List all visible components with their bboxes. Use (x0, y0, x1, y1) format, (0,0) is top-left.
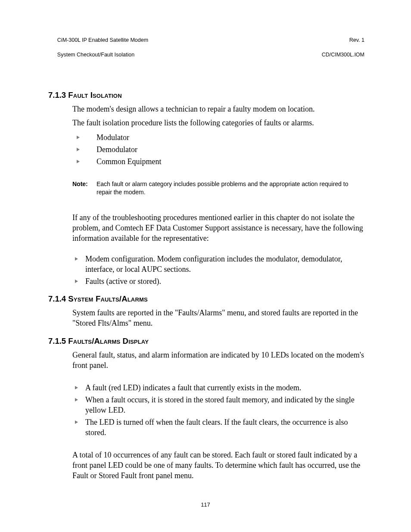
paragraph: System faults are reported in the "Fault… (72, 308, 364, 329)
paragraph: The modem's design allows a technician t… (72, 104, 364, 115)
list-item-text: Demodulator (97, 145, 137, 154)
list-item: Modulator (72, 133, 364, 143)
list-item-text: When a fault occurs, it is stored in the… (85, 395, 355, 414)
header-left-line1: CiM-300L IP Enabled Satellite Modem (57, 37, 148, 43)
heading-number: 7.1.4 (48, 294, 66, 303)
led-list: A fault (red LED) indicates a fault that… (72, 383, 364, 438)
heading-7-1-4: 7.1.4 System Faults/Alarms (48, 294, 364, 304)
header-right-line2: CD/CIM300L.IOM (322, 52, 364, 58)
list-item-text: Common Equipment (97, 157, 162, 166)
list-item: The LED is turned off when the fault cle… (72, 417, 364, 438)
heading-7-1-3: 7.1.3 Fault Isolation (48, 90, 364, 100)
page-number: 117 (0, 501, 411, 508)
heading-7-1-5: 7.1.5 Faults/Alarms Display (48, 336, 364, 346)
list-item-text: Modulator (97, 133, 129, 142)
paragraph: The fault isolation procedure lists the … (72, 118, 364, 128)
paragraph: A total of 10 occurrences of any fault c… (72, 450, 364, 481)
heading-number: 7.1.3 (48, 90, 66, 100)
list-item-text: The LED is turned off when the fault cle… (85, 418, 348, 437)
list-item-text: Faults (active or stored). (85, 277, 161, 286)
fault-category-list: Modulator Demodulator Common Equipment (72, 133, 364, 167)
list-item: Faults (active or stored). (72, 277, 364, 287)
paragraph: If any of the troubleshooting procedures… (72, 213, 364, 244)
note-block: Note: Each fault or alarm category inclu… (72, 180, 364, 196)
list-item: When a fault occurs, it is stored in the… (72, 395, 364, 416)
header-right-line1: Rev. 1 (349, 37, 364, 43)
note-label: Note: (72, 180, 97, 196)
list-item: Modem configuration. Modem configuration… (72, 254, 364, 275)
note-text: Each fault or alarm category includes po… (97, 180, 364, 196)
heading-title: System Faults/Alarms (68, 294, 148, 303)
list-item: Demodulator (72, 145, 364, 155)
heading-title: Fault Isolation (68, 90, 121, 100)
paragraph: General fault, status, and alarm informa… (72, 350, 364, 371)
list-item: Common Equipment (72, 157, 364, 167)
list-item: A fault (red LED) indicates a fault that… (72, 383, 364, 393)
header-left-line2: System Checkout/Fault Isolation (57, 52, 134, 58)
heading-title: Faults/Alarms Display (68, 336, 149, 345)
page-header: CiM-300L IP Enabled Satellite Modem Syst… (48, 29, 364, 65)
list-item-text: Modem configuration. Modem configuration… (85, 255, 342, 274)
info-list: Modem configuration. Modem configuration… (72, 254, 364, 287)
list-item-text: A fault (red LED) indicates a fault that… (85, 383, 301, 392)
heading-number: 7.1.5 (48, 336, 66, 345)
